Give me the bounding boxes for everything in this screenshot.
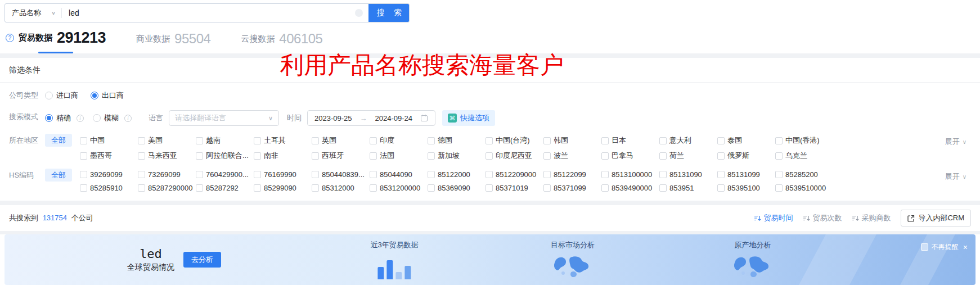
checkbox-icon[interactable] — [80, 171, 87, 178]
hs-code-checkbox[interactable]: 85131090 — [659, 170, 717, 179]
checkbox-icon[interactable] — [717, 152, 725, 160]
clear-icon[interactable] — [355, 9, 363, 17]
checkbox-icon[interactable] — [659, 137, 667, 144]
checkbox-icon[interactable] — [254, 184, 261, 192]
checkbox-icon[interactable] — [601, 184, 609, 192]
region-checkbox[interactable]: 美国 — [138, 135, 196, 146]
checkbox-icon[interactable] — [428, 184, 435, 192]
checkbox-icon[interactable] — [428, 152, 435, 160]
tab-business-data[interactable]: 商业数据 95504 — [136, 32, 210, 49]
region-checkbox[interactable]: 波兰 — [543, 151, 601, 161]
checkbox-icon[interactable] — [138, 171, 145, 178]
checkbox-icon[interactable] — [543, 171, 551, 178]
checkbox-icon[interactable] — [370, 184, 377, 192]
question-icon[interactable]: ? — [6, 34, 14, 42]
checkbox-icon[interactable] — [196, 152, 203, 160]
region-checkbox[interactable]: 泰国 — [717, 135, 775, 146]
checkbox-icon[interactable] — [312, 137, 319, 144]
banner-card-target-market[interactable]: 目标市场分析 — [551, 240, 595, 278]
banner-card-origin[interactable]: 原产地分析 — [731, 240, 775, 278]
hs-code-checkbox[interactable]: 8531200000 — [370, 184, 428, 192]
search-input[interactable] — [62, 4, 355, 22]
checkbox-icon[interactable] — [543, 152, 551, 160]
date-range-picker[interactable]: 2023-09-25 → 2024-09-24 — [307, 110, 435, 126]
checkbox-icon[interactable] — [80, 137, 87, 144]
sort-trade-time[interactable]: 贸易时间 — [754, 213, 793, 223]
checkbox-icon[interactable] — [196, 184, 203, 192]
region-checkbox[interactable]: 南非 — [254, 151, 312, 161]
hs-code-checkbox[interactable]: 85285910 — [80, 184, 138, 192]
checkbox-icon[interactable] — [659, 171, 667, 178]
tab-cloud-search-data[interactable]: 云搜数据 406105 — [241, 32, 322, 49]
hs-code-checkbox[interactable]: 8539490000 — [601, 184, 659, 192]
checkbox-icon[interactable] — [717, 184, 725, 192]
region-checkbox[interactable]: 乌克兰 — [775, 151, 833, 161]
hs-code-checkbox[interactable]: 85287292 — [196, 184, 254, 192]
checkbox-icon[interactable] — [717, 137, 725, 144]
checkbox-icon[interactable] — [80, 184, 87, 192]
checkbox-icon[interactable] — [80, 152, 87, 160]
hs-code-checkbox[interactable]: 85312000 — [312, 184, 370, 192]
hs-code-checkbox[interactable]: 850440839... — [312, 170, 370, 179]
radio-fuzzy[interactable]: 模糊 — [93, 113, 119, 123]
region-checkbox[interactable]: 阿拉伯联合... — [196, 151, 254, 161]
checkbox-icon[interactable] — [485, 184, 493, 192]
radio-exporter[interactable]: 出口商 — [91, 90, 124, 101]
checkbox-icon[interactable] — [312, 152, 319, 160]
checkbox-icon[interactable] — [775, 152, 783, 160]
region-checkbox[interactable]: 土耳其 — [254, 135, 312, 146]
region-all-chip[interactable]: 全部 — [45, 134, 72, 147]
sort-trade-count[interactable]: 贸易次数 — [803, 213, 842, 223]
checkbox-icon[interactable] — [601, 171, 609, 178]
hs-all-chip[interactable]: 全部 — [45, 169, 72, 182]
checkbox-icon[interactable] — [659, 184, 667, 192]
hs-code-checkbox[interactable]: 85044090 — [370, 170, 428, 179]
region-checkbox[interactable]: 英国 — [312, 135, 370, 146]
banner-card-trade-3yr[interactable]: 近3年贸易数据 — [370, 240, 418, 279]
close-icon[interactable]: × — [963, 243, 968, 252]
checkbox-icon[interactable] — [196, 137, 203, 144]
checkbox-icon[interactable] — [370, 152, 377, 160]
info-icon[interactable]: i — [77, 115, 84, 122]
hs-expand-link[interactable]: 展开 ∨ — [945, 171, 966, 182]
checkbox-icon[interactable] — [775, 184, 783, 192]
sort-buyer-count[interactable]: 采购商数 — [852, 213, 891, 223]
tab-trade-data[interactable]: ? 贸易数据 291213 — [6, 30, 106, 49]
checkbox-icon[interactable] — [254, 152, 261, 160]
hs-code-checkbox[interactable]: 853951 — [659, 184, 717, 192]
radio-exact[interactable]: 精确 — [45, 113, 71, 123]
region-checkbox[interactable]: 俄罗斯 — [717, 151, 775, 161]
results-count[interactable]: 131754 — [43, 214, 67, 222]
region-checkbox[interactable]: 墨西哥 — [80, 151, 138, 161]
hs-code-checkbox[interactable]: 85285200 — [775, 170, 833, 179]
hs-code-checkbox[interactable]: 85122099 — [543, 170, 601, 179]
region-checkbox[interactable]: 中国 — [80, 135, 138, 146]
hs-code-checkbox[interactable]: 8539510000 — [775, 184, 833, 192]
search-button[interactable]: 搜 索 — [368, 4, 409, 22]
hs-code-checkbox[interactable]: 73269099 — [138, 170, 196, 179]
region-checkbox[interactable]: 中国(香港) — [775, 135, 833, 146]
hs-code-checkbox[interactable]: 85122000 — [428, 170, 485, 179]
region-checkbox[interactable]: 德国 — [428, 135, 485, 146]
checkbox-icon[interactable] — [428, 137, 435, 144]
hs-code-checkbox[interactable]: 8513100000 — [601, 170, 659, 179]
region-checkbox[interactable]: 西班牙 — [312, 151, 370, 161]
date-end[interactable]: 2024-09-24 — [375, 114, 413, 123]
checkbox-icon[interactable] — [543, 137, 551, 144]
region-checkbox[interactable]: 韩国 — [543, 135, 601, 146]
checkbox-icon[interactable] — [138, 152, 145, 160]
hs-code-checkbox[interactable]: 85131099 — [717, 170, 775, 179]
checkbox-icon[interactable] — [601, 152, 609, 160]
checkbox-icon[interactable] — [254, 137, 261, 144]
hs-code-checkbox[interactable]: 85287290000 — [138, 184, 196, 192]
checkbox-icon[interactable] — [601, 137, 609, 144]
checkbox-icon[interactable] — [485, 137, 493, 144]
hs-code-checkbox[interactable]: 85299090 — [254, 184, 312, 192]
checkbox-icon[interactable] — [921, 243, 928, 251]
date-start[interactable]: 2023-09-25 — [314, 114, 352, 123]
checkbox-icon[interactable] — [659, 152, 667, 160]
region-checkbox[interactable]: 日本 — [601, 135, 659, 146]
region-checkbox[interactable]: 印度尼西亚 — [485, 151, 543, 161]
region-checkbox[interactable]: 意大利 — [659, 135, 717, 146]
hs-code-checkbox[interactable]: 39269099 — [80, 170, 138, 179]
